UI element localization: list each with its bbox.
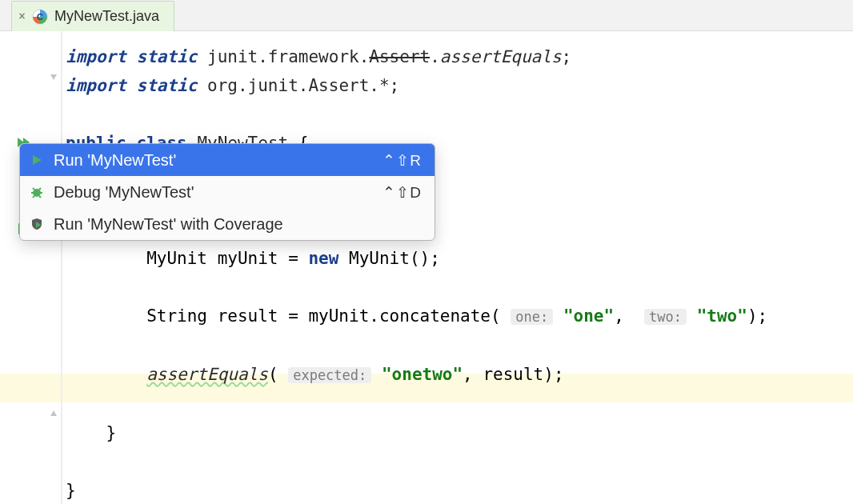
svg-line-8 bbox=[39, 196, 41, 198]
code-line: MyUnit myUnit = new MyUnit(); bbox=[62, 244, 853, 273]
menu-item-coverage[interactable]: Run 'MyNewTest' with Coverage bbox=[20, 208, 435, 240]
code-area[interactable]: import static junit.framework.Assert.ass… bbox=[62, 31, 853, 504]
code-line bbox=[62, 100, 853, 129]
class-icon: C bbox=[32, 9, 48, 25]
gutter-highlight bbox=[0, 374, 61, 402]
code-line: String result = myUnit.concatenate( one:… bbox=[62, 302, 853, 331]
code-line: import static junit.framework.Assert.ass… bbox=[62, 42, 853, 71]
code-line: assertEquals( expected: "onetwo", result… bbox=[62, 360, 853, 390]
code-line bbox=[62, 273, 853, 302]
menu-label: Run 'MyNewTest' bbox=[54, 151, 374, 170]
svg-text:C: C bbox=[37, 12, 43, 22]
code-line: import static org.junit.Assert.*; bbox=[62, 71, 853, 100]
fold-icon[interactable] bbox=[48, 407, 59, 418]
code-line bbox=[62, 331, 853, 360]
play-icon bbox=[28, 154, 46, 166]
menu-shortcut: ⌃⇧D bbox=[382, 183, 422, 202]
file-tab[interactable]: × C MyNewTest.java bbox=[11, 1, 174, 31]
menu-item-debug[interactable]: Debug 'MyNewTest' ⌃⇧D bbox=[20, 176, 435, 208]
menu-label: Run 'MyNewTest' with Coverage bbox=[54, 215, 414, 234]
svg-line-7 bbox=[33, 196, 34, 198]
gutter bbox=[0, 31, 62, 504]
bug-icon bbox=[28, 186, 46, 198]
menu-item-run[interactable]: Run 'MyNewTest' ⌃⇧R bbox=[20, 144, 435, 176]
menu-label: Debug 'MyNewTest' bbox=[54, 183, 374, 202]
editor[interactable]: import static junit.framework.Assert.ass… bbox=[0, 31, 853, 504]
code-line: } bbox=[62, 476, 853, 504]
context-menu: Run 'MyNewTest' ⌃⇧R Debug 'MyNewTest' ⌃⇧… bbox=[19, 143, 435, 241]
ide-root: × C MyNewTest.java bbox=[0, 0, 853, 504]
svg-line-5 bbox=[33, 188, 34, 190]
code-line bbox=[62, 447, 853, 476]
svg-line-6 bbox=[39, 188, 41, 190]
close-icon[interactable]: × bbox=[18, 10, 26, 22]
menu-shortcut: ⌃⇧R bbox=[382, 151, 422, 170]
tab-label: MyNewTest.java bbox=[54, 8, 159, 25]
shield-play-icon bbox=[28, 218, 46, 230]
fold-icon[interactable] bbox=[48, 72, 59, 83]
tab-bar: × C MyNewTest.java bbox=[0, 0, 853, 31]
code-line: } bbox=[62, 418, 853, 447]
